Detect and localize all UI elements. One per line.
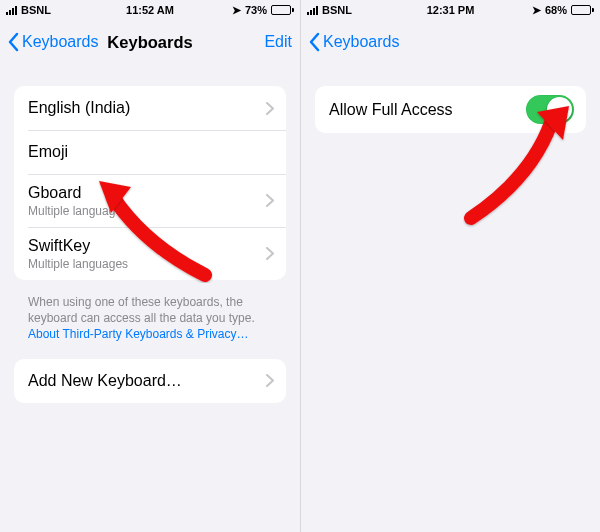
- footer-text: When using one of these keyboards, the k…: [28, 295, 255, 325]
- privacy-footer: When using one of these keyboards, the k…: [28, 294, 272, 343]
- edit-button[interactable]: Edit: [264, 33, 292, 51]
- row-label: Add New Keyboard…: [28, 371, 182, 391]
- clock: 12:31 PM: [301, 4, 600, 16]
- right-screen: BSNL 12:31 PM ➤ 68% Keyboards Allow Full…: [300, 0, 600, 532]
- row-subtitle: Multiple languages: [28, 204, 128, 218]
- back-button[interactable]: Keyboards: [8, 32, 99, 52]
- left-screen: BSNL 11:52 AM ➤ 73% Keyboards Keyboards …: [0, 0, 300, 532]
- row-label: Allow Full Access: [329, 100, 453, 120]
- chevron-right-icon: [266, 374, 274, 387]
- chevron-left-icon: [8, 32, 20, 52]
- clock: 11:52 AM: [0, 4, 300, 16]
- add-keyboard-row[interactable]: Add New Keyboard…: [14, 359, 286, 403]
- nav-bar: Keyboards Keyboards Edit: [0, 20, 300, 64]
- back-button[interactable]: Keyboards: [309, 32, 400, 52]
- row-subtitle: Multiple languages: [28, 257, 128, 271]
- status-bar: BSNL 11:52 AM ➤ 73%: [0, 0, 300, 20]
- privacy-link[interactable]: About Third-Party Keyboards & Privacy…: [28, 327, 249, 341]
- back-label: Keyboards: [22, 33, 99, 51]
- chevron-left-icon: [309, 32, 321, 52]
- row-label: Gboard: [28, 183, 128, 203]
- add-keyboard-group: Add New Keyboard…: [14, 359, 286, 403]
- chevron-right-icon: [266, 247, 274, 260]
- row-label: Emoji: [28, 142, 68, 162]
- keyboard-row-english[interactable]: English (India): [14, 86, 286, 130]
- battery-icon: [571, 5, 594, 15]
- toggle-knob: [547, 97, 572, 122]
- keyboard-row-gboard[interactable]: Gboard Multiple languages: [14, 174, 286, 227]
- chevron-right-icon: [266, 194, 274, 207]
- keyboard-row-emoji[interactable]: Emoji: [14, 130, 286, 174]
- nav-bar: Keyboards: [301, 20, 600, 64]
- allow-full-access-row: Allow Full Access: [315, 86, 586, 133]
- battery-icon: [271, 5, 294, 15]
- allow-full-access-toggle[interactable]: [526, 95, 574, 124]
- back-label: Keyboards: [323, 33, 400, 51]
- row-label: SwiftKey: [28, 236, 128, 256]
- chevron-right-icon: [266, 102, 274, 115]
- full-access-group: Allow Full Access: [315, 86, 586, 133]
- status-bar: BSNL 12:31 PM ➤ 68%: [301, 0, 600, 20]
- keyboards-list: English (India) Emoji Gboard Multiple la…: [14, 86, 286, 280]
- keyboard-row-swiftkey[interactable]: SwiftKey Multiple languages: [14, 227, 286, 280]
- row-label: English (India): [28, 98, 130, 118]
